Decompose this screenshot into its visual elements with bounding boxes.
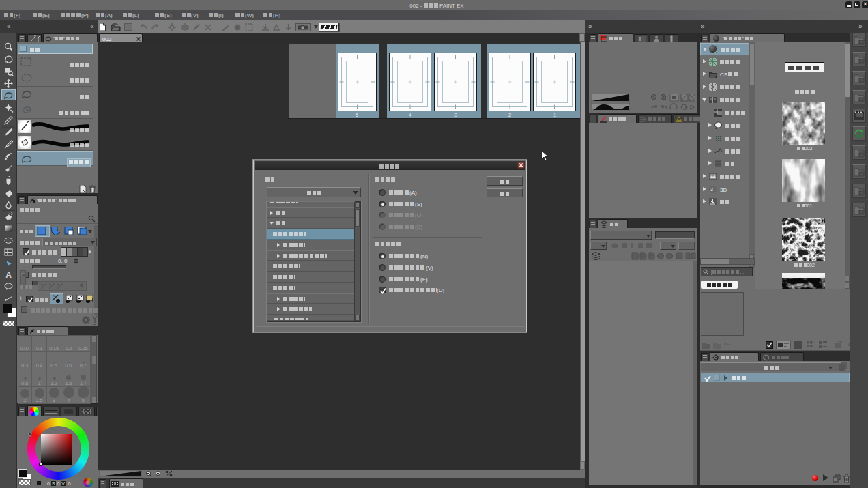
svg-text:A: A	[5, 270, 12, 280]
svg-text:3: 3	[710, 187, 713, 192]
